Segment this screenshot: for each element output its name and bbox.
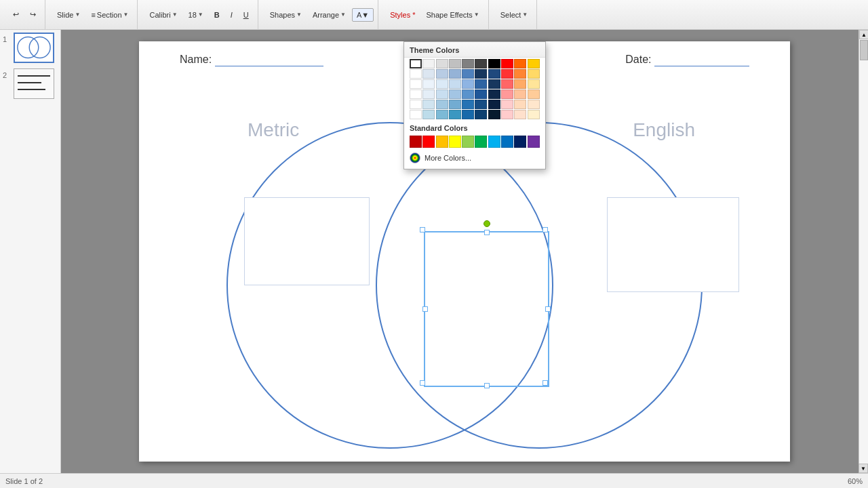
select-button[interactable]: Select ▼ — [496, 8, 533, 22]
color-swatch[interactable] — [488, 79, 500, 89]
color-swatch[interactable] — [514, 110, 526, 119]
color-swatch[interactable] — [462, 89, 474, 99]
color-swatch[interactable] — [528, 110, 540, 119]
color-swatch[interactable] — [488, 89, 500, 99]
color-swatch[interactable] — [436, 89, 448, 99]
font-size-btn[interactable]: 18▼ — [184, 8, 208, 22]
arrange-btn[interactable]: Arrange▼ — [308, 8, 351, 22]
undo-button[interactable]: ↩ — [8, 7, 24, 22]
slide-thumb-2[interactable] — [14, 68, 54, 99]
color-swatch[interactable] — [422, 110, 435, 119]
color-swatch[interactable] — [462, 100, 474, 109]
color-swatch[interactable] — [488, 59, 500, 68]
color-swatch[interactable] — [449, 79, 461, 89]
color-swatch[interactable] — [449, 110, 461, 119]
redo-button[interactable]: ↪ — [25, 7, 41, 22]
color-swatch[interactable] — [449, 100, 461, 109]
font-name-btn[interactable]: Calibri▼ — [144, 8, 182, 22]
color-swatch[interactable] — [501, 100, 513, 109]
color-swatch[interactable] — [422, 100, 435, 109]
color-swatch[interactable] — [514, 89, 526, 99]
color-swatch[interactable] — [501, 110, 513, 119]
color-swatch-std[interactable] — [462, 136, 474, 148]
color-swatch[interactable] — [449, 89, 461, 99]
shapes-btn[interactable]: Shapes▼ — [265, 8, 307, 22]
color-swatch-std[interactable] — [501, 136, 513, 148]
color-swatch[interactable] — [410, 100, 422, 109]
color-swatch[interactable] — [514, 100, 526, 109]
color-swatch[interactable] — [422, 79, 435, 89]
color-swatch[interactable] — [475, 59, 487, 68]
handle-tl[interactable] — [420, 227, 425, 232]
section-button[interactable]: ≡ Section ▼ — [86, 8, 133, 22]
rotation-handle[interactable] — [484, 220, 490, 227]
color-swatch[interactable] — [528, 69, 540, 79]
underline-btn[interactable]: U — [239, 8, 254, 22]
color-swatch-std[interactable] — [422, 136, 435, 148]
color-swatch[interactable] — [475, 69, 487, 79]
color-swatch[interactable] — [488, 69, 500, 79]
color-swatch[interactable] — [410, 89, 422, 99]
color-swatch[interactable] — [436, 59, 448, 68]
color-swatch[interactable] — [514, 69, 526, 79]
color-swatch[interactable] — [528, 100, 540, 109]
color-swatch[interactable] — [436, 79, 448, 89]
handle-mr[interactable] — [545, 306, 551, 312]
color-swatch-std[interactable] — [436, 136, 448, 148]
color-swatch[interactable] — [449, 59, 461, 68]
color-swatch[interactable] — [528, 79, 540, 89]
color-swatch[interactable] — [462, 59, 474, 68]
color-swatch-std[interactable] — [475, 136, 487, 148]
color-swatch[interactable] — [436, 110, 448, 119]
scroll-up-button[interactable]: ▲ — [859, 30, 868, 39]
styles-button[interactable]: Styles * — [385, 8, 420, 22]
handle-br[interactable] — [542, 380, 548, 386]
handle-ml[interactable] — [422, 306, 428, 312]
color-swatch[interactable] — [462, 79, 474, 89]
color-swatch[interactable] — [410, 110, 422, 119]
color-swatch[interactable] — [501, 79, 513, 89]
color-swatch-std[interactable] — [449, 136, 461, 148]
slide-thumb-1[interactable] — [14, 33, 54, 63]
color-swatch[interactable] — [528, 59, 540, 68]
color-swatch[interactable] — [410, 79, 422, 89]
left-content-box[interactable] — [244, 197, 370, 285]
shape-effects-button[interactable]: Shape Effects ▼ — [422, 8, 484, 22]
color-swatch[interactable] — [514, 59, 526, 68]
slide-canvas[interactable]: Name: Date: Metric English — [139, 41, 790, 462]
color-swatch[interactable] — [422, 89, 435, 99]
scroll-thumb[interactable] — [860, 40, 868, 60]
handle-tr[interactable] — [542, 227, 548, 232]
color-swatch[interactable] — [449, 69, 461, 79]
color-swatch[interactable] — [501, 59, 513, 68]
fill-color-btn[interactable]: A▼ — [352, 8, 374, 22]
italic-btn[interactable]: I — [226, 8, 237, 22]
right-scrollbar[interactable]: ▲ ▼ — [859, 30, 868, 488]
scroll-down-button[interactable]: ▼ — [859, 464, 868, 473]
color-swatch[interactable] — [501, 89, 513, 99]
color-swatch-std[interactable] — [514, 136, 526, 148]
color-swatch[interactable] — [462, 110, 474, 119]
handle-bm[interactable] — [484, 383, 490, 388]
color-swatch[interactable] — [475, 79, 487, 89]
color-swatch[interactable] — [488, 110, 500, 119]
color-swatch[interactable] — [410, 69, 422, 79]
color-swatch[interactable] — [410, 59, 422, 68]
bold-btn[interactable]: B — [210, 8, 224, 22]
color-swatch[interactable] — [475, 110, 487, 119]
more-colors-row[interactable]: More Colors... — [404, 149, 545, 165]
color-swatch-std[interactable] — [410, 136, 422, 148]
color-swatch[interactable] — [514, 79, 526, 89]
color-swatch-std[interactable] — [488, 136, 500, 148]
color-swatch[interactable] — [528, 89, 540, 99]
color-swatch[interactable] — [475, 100, 487, 109]
color-swatch[interactable] — [462, 69, 474, 79]
color-swatch[interactable] — [488, 100, 500, 109]
right-content-box[interactable] — [607, 197, 739, 292]
selected-shape[interactable] — [424, 231, 549, 387]
color-swatch[interactable] — [422, 59, 435, 68]
handle-bl[interactable] — [420, 380, 425, 386]
slide-button[interactable]: Slide ▼ — [52, 8, 85, 22]
color-swatch[interactable] — [436, 69, 448, 79]
color-swatch[interactable] — [422, 69, 435, 79]
